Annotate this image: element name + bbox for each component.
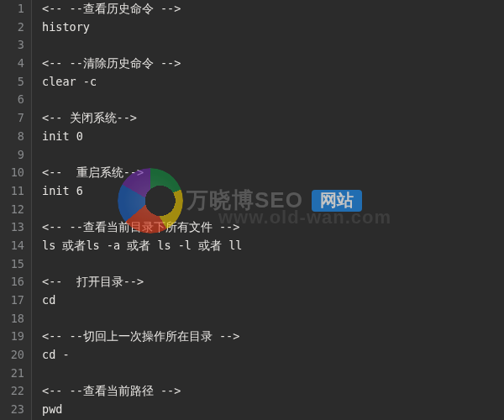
line-number: 2: [0, 18, 24, 37]
line-number: 10: [0, 164, 24, 182]
line-number: 19: [0, 328, 24, 346]
line-number: 8: [0, 128, 24, 146]
code-line[interactable]: init 0: [42, 128, 504, 146]
code-line[interactable]: <-- --切回上一次操作所在目录 -->: [42, 328, 504, 346]
code-line[interactable]: <-- --查看历史命令 -->: [42, 0, 504, 18]
code-line[interactable]: [42, 91, 504, 109]
line-number: 11: [0, 182, 24, 201]
line-number: 1: [0, 0, 24, 18]
code-line[interactable]: cd -: [42, 346, 504, 365]
line-number: 14: [0, 237, 24, 255]
line-number: 23: [0, 401, 24, 419]
line-number: 16: [0, 273, 24, 291]
code-area[interactable]: <-- --查看历史命令 -->history<-- --清除历史命令 -->c…: [32, 0, 504, 420]
code-line[interactable]: <-- 关闭系统-->: [42, 109, 504, 128]
line-number: 13: [0, 218, 24, 237]
code-line[interactable]: [42, 310, 504, 328]
code-line[interactable]: clear -c: [42, 73, 504, 92]
code-line[interactable]: [42, 201, 504, 219]
line-number: 7: [0, 109, 24, 128]
code-line[interactable]: [42, 365, 504, 383]
code-line[interactable]: [42, 36, 504, 55]
line-number: 5: [0, 73, 24, 92]
code-line[interactable]: history: [42, 18, 504, 37]
code-line[interactable]: init 6: [42, 182, 504, 201]
line-number: 12: [0, 201, 24, 219]
line-number: 22: [0, 382, 24, 401]
line-number-gutter: 1234567891011121314151617181920212223: [0, 0, 32, 420]
line-number: 9: [0, 146, 24, 165]
code-line[interactable]: <-- 打开目录-->: [42, 273, 504, 291]
code-line[interactable]: <-- --查看当前路径 -->: [42, 382, 504, 401]
code-line[interactable]: <-- --查看当前目录下所有文件 -->: [42, 218, 504, 237]
code-line[interactable]: <-- --清除历史命令 -->: [42, 55, 504, 73]
code-line[interactable]: cd: [42, 291, 504, 310]
line-number: 3: [0, 36, 24, 55]
line-number: 6: [0, 91, 24, 109]
code-line[interactable]: <-- 重启系统-->: [42, 164, 504, 182]
line-number: 4: [0, 55, 24, 73]
line-number: 17: [0, 291, 24, 310]
code-editor: 1234567891011121314151617181920212223 <-…: [0, 0, 504, 420]
line-number: 15: [0, 255, 24, 274]
code-line[interactable]: [42, 146, 504, 165]
code-line[interactable]: [42, 255, 504, 274]
line-number: 21: [0, 365, 24, 383]
line-number: 18: [0, 310, 24, 328]
line-number: 20: [0, 346, 24, 365]
code-line[interactable]: ls 或者ls -a 或者 ls -l 或者 ll: [42, 237, 504, 255]
code-line[interactable]: pwd: [42, 401, 504, 419]
